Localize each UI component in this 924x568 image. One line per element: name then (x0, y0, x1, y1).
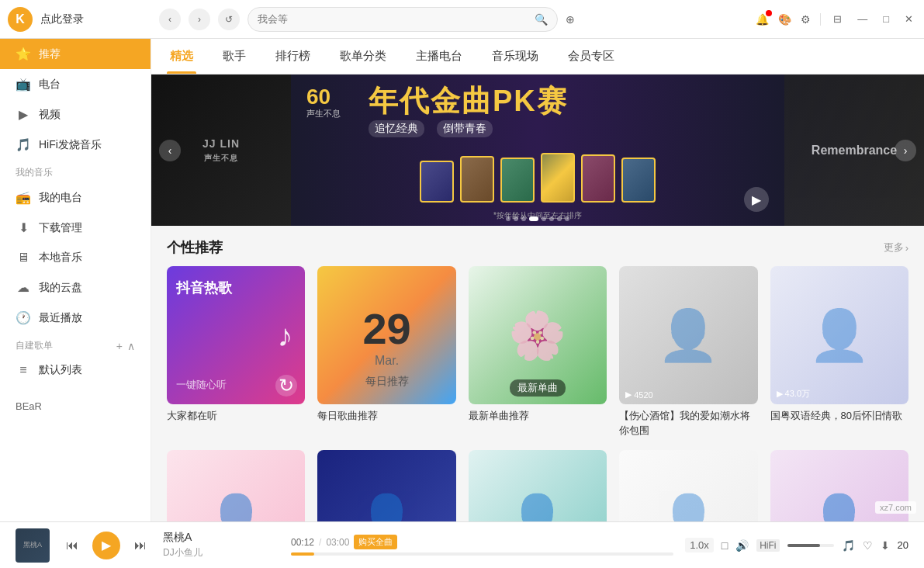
title-bar-center: ‹ › ↺ 🔍 ⊕ (159, 7, 748, 32)
notification-button[interactable]: 🔔 (756, 13, 769, 26)
playlist-hurt[interactable]: 👤 ▶4520 【伤心酒馆】我的爱如潮水将你包围 (619, 266, 757, 438)
thumb-inner: 👤 (619, 266, 757, 404)
prev-button[interactable]: ⏮ (61, 535, 83, 556)
playlist-thumb-r2-2: 👤 (317, 450, 455, 521)
sidebar-item-label: 视频 (39, 108, 61, 122)
window-minimize-button[interactable]: — (854, 13, 870, 25)
dot-7[interactable] (557, 216, 562, 221)
sidebar-item-recent[interactable]: 🕐 最近播放 (0, 303, 151, 333)
list-icon: ≡ (16, 363, 31, 377)
speed-button[interactable]: 1.0x (685, 538, 714, 552)
sidebar-item-video[interactable]: ▶ 视频 (0, 99, 151, 130)
playlist-grid: 抖音热歌 一键随心听 ♪ ↻ 大家都在听 (167, 266, 908, 438)
playlist-classic[interactable]: 👤 ▶43.0万 国粤双语经典，80后怀旧情歌 (770, 266, 908, 438)
sidebar-item-tv[interactable]: 📺 电台 (0, 69, 151, 99)
playlist-r2-2[interactable]: 👤 (317, 450, 455, 521)
playlist-r2-4[interactable]: 👤 (619, 450, 757, 521)
banner-next-button[interactable]: › (895, 140, 916, 161)
time-total: 03:00 (326, 537, 349, 548)
tab-charts[interactable]: 排行榜 (272, 39, 313, 74)
thumb-inner: 29 Mar. 每日推荐 (317, 266, 455, 404)
dot-6[interactable] (549, 216, 554, 221)
dot-3[interactable] (521, 216, 526, 221)
sidebar-item-label: 最近播放 (39, 311, 82, 325)
search-input[interactable] (258, 13, 535, 25)
tab-featured[interactable]: 精选 (167, 39, 196, 74)
search-bar[interactable]: 🔍 (247, 7, 558, 32)
sidebar-item-default-list[interactable]: ≡ 默认列表 (0, 355, 151, 385)
window-sidebar-button[interactable]: ⊟ (830, 13, 845, 25)
singer-lineup (291, 74, 784, 210)
playlist-new-single[interactable]: 🌸 最新单曲 最新单曲推荐 (469, 266, 607, 438)
thumb-inner: 👤 (469, 450, 607, 521)
playlist-daily[interactable]: 29 Mar. 每日推荐 每日歌曲推荐 (317, 266, 455, 438)
quality-button[interactable]: □ (722, 539, 728, 552)
refresh-icon[interactable]: ↻ (275, 375, 297, 397)
like-button[interactable]: ♡ (863, 539, 873, 552)
volume-bar[interactable] (787, 544, 834, 547)
cast-button[interactable]: ⊕ (566, 13, 575, 26)
nav-back-button[interactable]: ‹ (159, 9, 181, 30)
settings-button[interactable]: ⚙ (801, 13, 811, 26)
custom-playlist-label: 自建歌单 (16, 339, 53, 352)
nav-forward-button[interactable]: › (189, 9, 210, 30)
window-maximize-button[interactable]: □ (880, 13, 892, 25)
buy-button[interactable]: 购买全曲 (354, 535, 397, 549)
lyrics-button[interactable]: 🎵 (842, 539, 855, 552)
singer-6 (621, 158, 656, 203)
sidebar-item-label: 默认列表 (39, 363, 82, 377)
video-icon: ▶ (16, 107, 31, 122)
song-title: 黑桃A (163, 531, 279, 545)
dot-5[interactable] (542, 216, 546, 221)
thumb-inner: 👤 (619, 450, 757, 521)
download-button[interactable]: ⬇ (881, 539, 890, 552)
playlist-r2-1[interactable]: 👤 (167, 450, 305, 521)
playlist-r2-3[interactable]: 👤 (469, 450, 607, 521)
sidebar-item-local[interactable]: 🖥 本地音乐 (0, 243, 151, 272)
sidebar-item-cloud[interactable]: ☁ 我的云盘 (0, 272, 151, 303)
play-button[interactable]: ▶ (92, 532, 120, 559)
volume-button[interactable]: 🔊 (735, 539, 749, 552)
tab-playlists[interactable]: 歌单分类 (337, 39, 389, 74)
window-close-button[interactable]: ✕ (902, 13, 916, 25)
playlist-thumb-r2-3: 👤 (469, 450, 607, 521)
sidebar-item-my-radio[interactable]: 📻 我的电台 (0, 182, 151, 213)
search-icon[interactable]: 🔍 (535, 13, 548, 26)
playlist-thumb-hurt: 👤 ▶4520 (619, 266, 757, 404)
more-label: 更多 (884, 241, 904, 255)
playlist-actions: + ∧ (116, 340, 135, 352)
thumb-inner: 👤 (167, 450, 305, 521)
play-count: ▶4520 (625, 390, 652, 400)
progress-bar[interactable] (291, 552, 673, 556)
banner-play-button[interactable]: ▶ (744, 187, 769, 212)
dot-1[interactable] (506, 216, 510, 221)
sidebar-item-recommend[interactable]: ⭐ 推荐 (0, 39, 151, 69)
hifi-icon: 🎵 (16, 137, 31, 152)
tab-radio[interactable]: 主播电台 (413, 39, 465, 74)
sidebar-item-label: 下载管理 (39, 221, 82, 235)
tab-vip[interactable]: 会员专区 (565, 39, 618, 74)
my-music-label: 我的音乐 (16, 166, 53, 179)
hifi-badge[interactable]: HiFi (756, 539, 779, 552)
dot-2[interactable] (514, 216, 518, 221)
login-button[interactable]: 点此登录 (40, 12, 84, 26)
sidebar-item-hifi[interactable]: 🎵 HiFi发烧音乐 (0, 130, 151, 160)
skin-button[interactable]: 🎨 (778, 13, 791, 26)
sidebar-item-label: 电台 (39, 78, 61, 92)
tab-artists[interactable]: 歌手 (220, 39, 249, 74)
dot-8[interactable] (565, 216, 569, 221)
more-button[interactable]: 更多 › (884, 241, 908, 255)
banner-prev-button[interactable]: ‹ (159, 140, 181, 161)
collapse-playlist-button[interactable]: ∧ (127, 340, 135, 352)
watermark: xz7.com (875, 501, 916, 514)
nav-refresh-button[interactable]: ↺ (218, 9, 240, 30)
divider (820, 13, 821, 26)
playlist-thumb-new: 🌸 最新单曲 (469, 266, 607, 404)
add-playlist-button[interactable]: + (116, 340, 123, 352)
sidebar-item-downloads[interactable]: ⬇ 下载管理 (0, 213, 151, 243)
download-icon: ⬇ (16, 220, 31, 235)
next-button[interactable]: ⏭ (130, 535, 151, 556)
playlist-douyin[interactable]: 抖音热歌 一键随心听 ♪ ↻ 大家都在听 (167, 266, 305, 438)
dot-4[interactable] (529, 216, 538, 221)
tab-live[interactable]: 音乐现场 (489, 39, 542, 74)
